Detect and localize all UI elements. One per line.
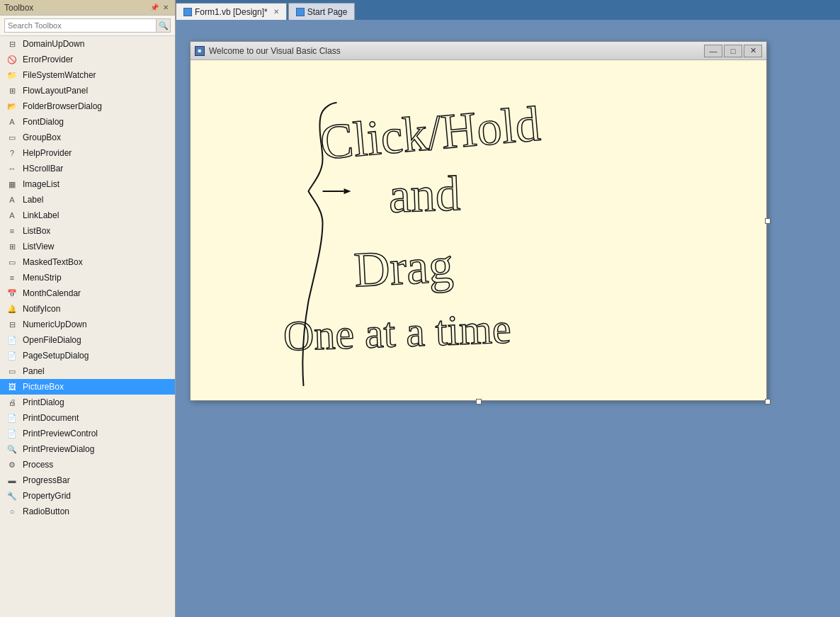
toolbox-item-label: RadioButton	[23, 506, 171, 516]
toolbox-title: Toolbox	[4, 3, 33, 13]
toolbox-item-label: OpenFileDialog	[23, 335, 171, 345]
tab-0[interactable]: Form1.vb [Design]*✕	[176, 3, 287, 20]
toolbox-item-icon: 📂	[6, 101, 18, 112]
toolbox-item[interactable]: 📅MonthCalendar	[0, 285, 175, 301]
toolbox-item-icon: A	[6, 210, 18, 221]
toolbox-item-label: LinkLabel	[23, 210, 171, 220]
toolbox-item-icon: 🖼	[6, 381, 18, 392]
toolbox-item-label: Process	[23, 460, 171, 470]
maximize-button[interactable]: □	[724, 45, 742, 57]
search-input[interactable]	[4, 18, 157, 33]
toolbox-item-icon: A	[6, 116, 18, 128]
toolbox-item-icon: 🖨	[6, 397, 18, 408]
handwriting-svg: Click/Hold and Drag One at a time	[191, 60, 766, 400]
toolbox-item[interactable]: ⊟NumericUpDown	[0, 317, 175, 332]
toolbox-item-label: MonthCalendar	[23, 288, 171, 298]
pin-icon[interactable]: 📌	[149, 3, 159, 13]
toolbox-item-icon: 📄	[6, 428, 18, 439]
toolbox-item-label: MenuStrip	[23, 273, 171, 283]
design-surface[interactable]: ■ Welcome to our Visual Basic Class — □ …	[176, 20, 840, 617]
tab-icon	[296, 8, 305, 16]
toolbox-item-icon: ≡	[6, 225, 18, 237]
toolbox-item[interactable]: 🔍PrintPreviewDialog	[0, 441, 175, 457]
svg-marker-4	[344, 188, 351, 194]
tab-1[interactable]: Start Page	[288, 3, 356, 20]
toolbox-item-icon: 📄	[6, 412, 18, 424]
toolbox-item-icon: ⊞	[6, 241, 18, 252]
toolbox-item[interactable]: AFontDialog	[0, 114, 175, 130]
close-icon[interactable]: ✕	[161, 3, 171, 13]
close-button[interactable]: ✕	[744, 45, 762, 57]
toolbox-item[interactable]: 📄OpenFileDialog	[0, 332, 175, 348]
toolbox-list: ⊟DomainUpDown🚫ErrorProvider📁FileSystemWa…	[0, 36, 175, 617]
toolbox-item[interactable]: 📁FileSystemWatcher	[0, 67, 175, 83]
toolbox-item[interactable]: ○RadioButton	[0, 504, 175, 519]
toolbox-item-icon: 📁	[6, 69, 18, 81]
svg-text:One at a time: One at a time	[283, 305, 512, 360]
search-button[interactable]: 🔍	[157, 18, 171, 33]
toolbox-item[interactable]: 📂FolderBrowserDialog	[0, 98, 175, 114]
resize-handle-corner[interactable]	[765, 399, 771, 404]
toolbox-item[interactable]: ▬ProgressBar	[0, 472, 175, 488]
toolbox-item[interactable]: ⊟DomainUpDown	[0, 36, 175, 52]
toolbox-item[interactable]: 📄PageSetupDialog	[0, 348, 175, 363]
toolbox-item[interactable]: ⊞ListView	[0, 239, 175, 254]
svg-text:and: and	[387, 166, 461, 222]
toolbox-item-label: PrintPreviewControl	[23, 429, 171, 438]
toolbox-item[interactable]: ▭MaskedTextBox	[0, 254, 175, 270]
toolbox-item[interactable]: 🔧PropertyGrid	[0, 488, 175, 504]
toolbox-item[interactable]: ≡ListBox	[0, 223, 175, 239]
toolbox-item[interactable]: ⊞FlowLayoutPanel	[0, 83, 175, 98]
toolbox-item-label: Label	[23, 195, 171, 205]
resize-handle-bottom[interactable]	[476, 399, 482, 404]
toolbox-item-icon: ▭	[6, 256, 18, 268]
toolbox-item-label: ImageList	[23, 179, 171, 189]
toolbox-item-icon: A	[6, 194, 18, 205]
toolbox-item-icon: 🔍	[6, 443, 18, 455]
toolbox-item-icon: ⚙	[6, 459, 18, 470]
toolbox-item[interactable]: 📄PrintPreviewControl	[0, 426, 175, 441]
toolbox-panel: Toolbox 📌 ✕ 🔍 ⊟DomainUpDown🚫ErrorProvide…	[0, 0, 176, 617]
toolbox-item-icon: 📄	[6, 334, 18, 346]
resize-handle-right[interactable]	[765, 218, 771, 224]
toolbox-item-label: FontDialog	[23, 117, 171, 127]
toolbox-item[interactable]: ?HelpProvider	[0, 145, 175, 161]
toolbox-item[interactable]: ▦ImageList	[0, 176, 175, 192]
toolbox-item[interactable]: ⚙Process	[0, 457, 175, 472]
toolbox-item-label: NumericUpDown	[23, 319, 171, 329]
toolbox-item-label: PropertyGrid	[23, 491, 171, 501]
svg-text:Click/Hold: Click/Hold	[318, 96, 543, 170]
main-area: Form1.vb [Design]*✕Start Page ■ Welcome …	[176, 0, 840, 617]
toolbox-item-label: ErrorProvider	[23, 55, 171, 64]
toolbox-item-icon: ▬	[6, 475, 18, 486]
tab-close-button[interactable]: ✕	[273, 8, 279, 16]
toolbox-item-label: ListBox	[23, 226, 171, 236]
toolbox-item[interactable]: 🔔NotifyIcon	[0, 301, 175, 317]
toolbox-item[interactable]: 🚫ErrorProvider	[0, 52, 175, 67]
toolbox-item-label: PageSetupDialog	[23, 351, 171, 361]
toolbox-item[interactable]: ≡MenuStrip	[0, 270, 175, 285]
toolbox-item-icon: ≡	[6, 272, 18, 283]
toolbox-item[interactable]: ALabel	[0, 192, 175, 208]
toolbox-item-label: HScrollBar	[23, 164, 171, 174]
form-title-icon: ■	[195, 46, 205, 56]
toolbox-item[interactable]: 🖨PrintDialog	[0, 395, 175, 410]
form-content[interactable]: Click/Hold and Drag One at a time	[191, 60, 766, 400]
toolbox-item-label: Panel	[23, 366, 171, 376]
toolbox-item[interactable]: 🖼PictureBox	[0, 379, 175, 395]
toolbox-item[interactable]: ▭Panel	[0, 363, 175, 379]
form-title-text: Welcome to our Visual Basic Class	[209, 46, 700, 56]
search-icon: 🔍	[159, 21, 169, 30]
toolbox-item-label: GroupBox	[23, 132, 171, 142]
toolbox-item-icon: ↔	[6, 163, 18, 174]
toolbox-item-icon: ▭	[6, 366, 18, 377]
toolbox-item[interactable]: ↔HScrollBar	[0, 161, 175, 176]
toolbox-item[interactable]: 📄PrintDocument	[0, 410, 175, 426]
toolbox-item-icon: ▦	[6, 179, 18, 190]
toolbox-item[interactable]: ALinkLabel	[0, 208, 175, 223]
tab-label: Start Page	[307, 7, 348, 17]
minimize-button[interactable]: —	[704, 45, 722, 57]
toolbox-item-icon: 🚫	[6, 54, 18, 65]
toolbox-item[interactable]: ▭GroupBox	[0, 130, 175, 145]
toolbox-item-label: FlowLayoutPanel	[23, 86, 171, 96]
